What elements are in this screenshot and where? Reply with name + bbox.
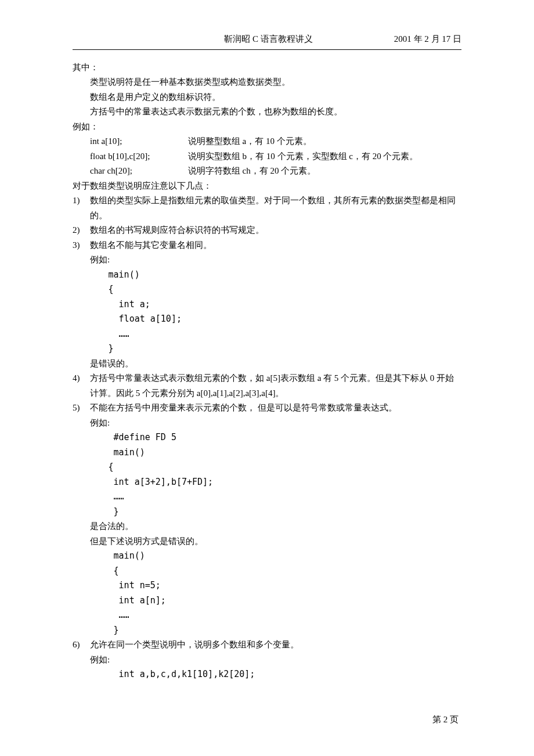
point-tail: 是错误的。 xyxy=(90,357,461,372)
page-header: 靳润昭 C 语言教程讲义 2001 年 2 月 17 日 xyxy=(73,32,461,47)
code-snippet: main() { int a; float a[10]; …… } xyxy=(90,268,461,357)
decl-code: float b[10],c[20]; xyxy=(90,149,186,164)
example-label: 例如： xyxy=(73,120,461,135)
decl-code: int a[10]; xyxy=(90,134,186,149)
point-text: 允许在同一个类型说明中，说明多个数组和多个变量。 xyxy=(90,638,461,653)
notice-heading: 对于数组类型说明应注意以下几点： xyxy=(73,179,461,194)
header-rule xyxy=(73,49,461,50)
point-2: 2) 数组名的书写规则应符合标识符的书写规定。 xyxy=(73,223,461,238)
code-snippet: int a,b,c,d,k1[10],k2[20]; xyxy=(90,667,461,682)
point-text: 数组名不能与其它变量名相同。 xyxy=(90,238,461,253)
point-4: 4) 方括号中常量表达式表示数组元素的个数，如 a[5]表示数组 a 有 5 个… xyxy=(73,371,461,401)
point-mid: 是合法的。 xyxy=(90,519,461,534)
decl-row: char ch[20]; 说明字符数组 ch，有 20 个元素。 xyxy=(73,164,461,179)
page: 靳润昭 C 语言教程讲义 2001 年 2 月 17 日 其中： 类型说明符是任… xyxy=(0,0,534,756)
decl-row: float b[10],c[20]; 说明实型数组 b，有 10 个元素，实型数… xyxy=(73,149,461,164)
point-num: 1) xyxy=(73,193,90,223)
header-author-title: 靳润昭 C 语言教程讲义 xyxy=(224,32,313,47)
intro-line: 类型说明符是任一种基本数据类型或构造数据类型。 xyxy=(73,75,461,90)
points-list: 1) 数组的类型实际上是指数组元素的取值类型。对于同一个数组，其所有元素的数据类… xyxy=(73,193,461,682)
intro-label: 其中： xyxy=(73,60,461,75)
example-label: 例如: xyxy=(90,653,461,668)
point-num: 3) xyxy=(73,238,90,372)
point-5: 5) 不能在方括号中用变量来表示元素的个数， 但是可以是符号常数或常量表达式。 … xyxy=(73,401,461,638)
decl-code: char ch[20]; xyxy=(90,164,186,179)
intro-line: 方括号中的常量表达式表示数据元素的个数，也称为数组的长度。 xyxy=(73,105,461,120)
decl-desc: 说明实型数组 b，有 10 个元素，实型数组 c，有 20 个元素。 xyxy=(188,152,418,161)
example-label: 例如: xyxy=(90,416,461,431)
point-text: 不能在方括号中用变量来表示元素的个数， 但是可以是符号常数或常量表达式。 xyxy=(90,401,461,416)
decl-desc: 说明字符数组 ch，有 20 个元素。 xyxy=(188,166,316,175)
decl-desc: 说明整型数组 a，有 10 个元素。 xyxy=(188,136,312,146)
point-1: 1) 数组的类型实际上是指数组元素的取值类型。对于同一个数组，其所有元素的数据类… xyxy=(73,193,461,223)
content: 其中： 类型说明符是任一种基本数据类型或构造数据类型。 数组名是用户定义的数组标… xyxy=(73,60,461,682)
page-footer: 第 2 页 xyxy=(432,712,459,728)
point-6: 6) 允许在同一个类型说明中，说明多个数组和多个变量。 例如: int a,b,… xyxy=(73,638,461,682)
point-text: 数组的类型实际上是指数组元素的取值类型。对于同一个数组，其所有元素的数据类型都是… xyxy=(90,193,461,223)
point-num: 6) xyxy=(73,638,90,682)
point-num: 4) xyxy=(73,371,90,401)
decl-row: int a[10]; 说明整型数组 a，有 10 个元素。 xyxy=(73,134,461,149)
point-num: 5) xyxy=(73,401,90,638)
intro-line: 数组名是用户定义的数组标识符。 xyxy=(73,90,461,105)
header-date: 2001 年 2 月 17 日 xyxy=(394,32,461,47)
code-snippet: main() { int n=5; int a[n]; …… } xyxy=(90,549,461,638)
example-label: 例如: xyxy=(90,253,461,268)
point-mid: 但是下述说明方式是错误的。 xyxy=(90,534,461,549)
point-text: 数组名的书写规则应符合标识符的书写规定。 xyxy=(90,223,461,238)
point-3: 3) 数组名不能与其它变量名相同。 例如: main() { int a; fl… xyxy=(73,238,461,372)
point-text: 方括号中常量表达式表示数组元素的个数，如 a[5]表示数组 a 有 5 个元素。… xyxy=(90,371,461,401)
code-snippet: #define FD 5 main() { int a[3+2],b[7+FD]… xyxy=(90,430,461,519)
point-num: 2) xyxy=(73,223,90,238)
